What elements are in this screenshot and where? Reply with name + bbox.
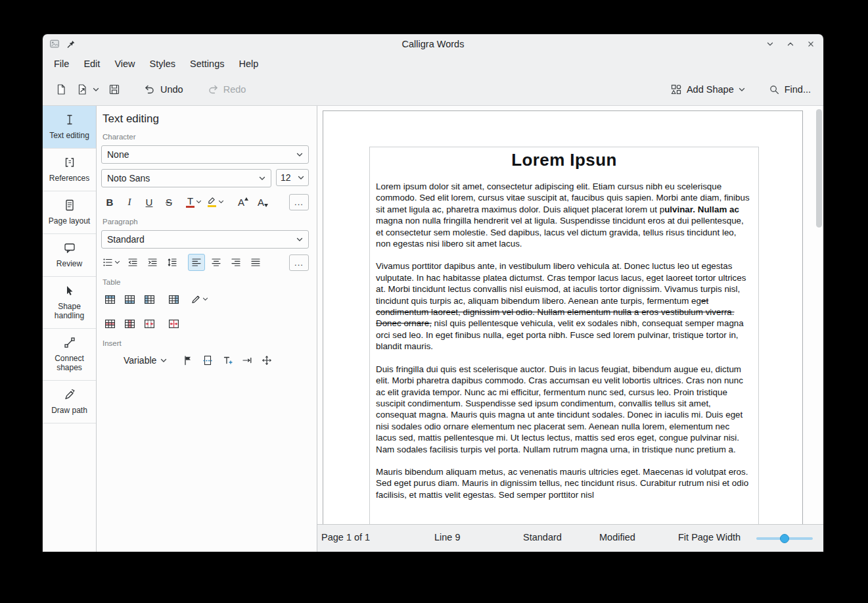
zoom-slider-track[interactable] bbox=[756, 537, 813, 540]
delete-column-button[interactable] bbox=[121, 315, 138, 332]
sidebar-item-page-layout[interactable]: Page layout bbox=[43, 191, 96, 234]
superscript-button[interactable]: A bbox=[233, 193, 250, 210]
new-document-button[interactable] bbox=[51, 80, 72, 99]
increase-indent-icon bbox=[147, 257, 158, 268]
sidebar-item-label: References bbox=[49, 174, 89, 183]
open-dropdown-arrow-icon bbox=[93, 87, 99, 92]
sidebar-item-review[interactable]: Review bbox=[43, 234, 96, 277]
insert-row-above-button[interactable] bbox=[101, 291, 118, 308]
find-button[interactable]: Find... bbox=[764, 80, 815, 99]
font-size-select[interactable]: 12 bbox=[276, 169, 309, 186]
insert-tab-stop-button[interactable] bbox=[239, 352, 256, 369]
text-run[interactable]: nisl quis pellentesque vehicula, velit e… bbox=[376, 318, 744, 351]
chevron-down-icon bbox=[218, 200, 224, 204]
align-center-button[interactable] bbox=[208, 254, 225, 271]
document-paragraph[interactable]: Mauris bibendum aliquam metus, ac venena… bbox=[376, 466, 752, 500]
document-paragraph[interactable]: Duis fringilla dui quis est scelerisque … bbox=[376, 364, 752, 455]
cursor-arrow-icon bbox=[63, 284, 76, 297]
text-run[interactable]: Duis fringilla dui quis est scelerisque … bbox=[376, 364, 743, 454]
strikethrough-button[interactable]: S bbox=[160, 193, 177, 210]
sidebar-item-label: Shape handling bbox=[45, 302, 94, 320]
insert-row-below-button[interactable] bbox=[121, 291, 138, 308]
chevron-down-icon bbox=[202, 297, 208, 301]
menu-view[interactable]: View bbox=[107, 56, 142, 72]
insert-column-left-button[interactable] bbox=[141, 291, 158, 308]
split-cells-button[interactable] bbox=[165, 315, 182, 332]
delete-row-button[interactable] bbox=[101, 315, 118, 332]
open-document-button[interactable] bbox=[72, 80, 104, 99]
variable-dropdown-button[interactable]: Variable bbox=[118, 352, 172, 368]
document-paragraph[interactable]: Lorem ipsum dolor sit amet, consectetur … bbox=[376, 181, 752, 249]
text-run[interactable]: ulvinar. Nullam ac bbox=[664, 205, 739, 214]
sidebar-item-label: Text editing bbox=[49, 131, 89, 140]
save-button[interactable] bbox=[104, 80, 125, 99]
sidebar-item-label: Page layout bbox=[49, 216, 90, 226]
redo-button[interactable]: Redo bbox=[202, 80, 251, 99]
paragraph-style-select[interactable]: Standard bbox=[101, 230, 309, 249]
add-shape-label: Add Shape bbox=[687, 84, 734, 95]
decrease-indent-button[interactable] bbox=[124, 254, 141, 271]
font-family-select[interactable]: Noto Sans bbox=[101, 169, 271, 187]
highlight-color-button[interactable] bbox=[206, 193, 225, 210]
insert-page-break-button[interactable] bbox=[199, 352, 216, 369]
vertical-scrollbar-thumb[interactable] bbox=[816, 109, 822, 228]
paragraph-more-button[interactable]: ... bbox=[289, 254, 309, 271]
menu-help[interactable]: Help bbox=[231, 56, 265, 72]
sidebar-item-draw-path[interactable]: Draw path bbox=[43, 381, 96, 423]
zoom-mode-button[interactable]: Fit Page Width bbox=[678, 532, 741, 543]
panel-title: Text editing bbox=[103, 112, 309, 126]
insert-character-button[interactable] bbox=[219, 352, 236, 369]
text-run[interactable]: Vivamus porttitor dapibus ante, in vesti… bbox=[376, 261, 746, 305]
sidebar-item-references[interactable]: References bbox=[43, 149, 96, 191]
align-left-button[interactable] bbox=[188, 254, 205, 271]
text-frame[interactable]: Lorem Ipsun Lorem ipsum dolor sit amet, … bbox=[369, 147, 759, 524]
pin-icon[interactable] bbox=[66, 39, 76, 49]
underline-button[interactable]: U bbox=[141, 193, 158, 210]
insert-bookmark-button[interactable] bbox=[179, 352, 196, 369]
titlebar[interactable]: Calligra Words bbox=[43, 34, 823, 54]
style-indicator[interactable]: Standard bbox=[523, 532, 562, 543]
document-paragraph[interactable]: Vivamus porttitor dapibus ante, in vesti… bbox=[376, 260, 752, 352]
subscript-button[interactable]: A bbox=[252, 193, 269, 210]
undo-button[interactable]: Undo bbox=[139, 80, 188, 99]
document-paragraphs[interactable]: Lorem ipsum dolor sit amet, consectetur … bbox=[376, 181, 752, 500]
window-shade-button[interactable] bbox=[764, 38, 776, 50]
menu-styles[interactable]: Styles bbox=[143, 56, 183, 72]
align-right-button[interactable] bbox=[227, 254, 244, 271]
sidebar-item-shape-handling[interactable]: Shape handling bbox=[43, 277, 96, 329]
table-border-pen-button[interactable] bbox=[189, 291, 210, 308]
text-run[interactable]: Mauris bibendum aliquam metus, ac venena… bbox=[376, 467, 748, 500]
insert-column-right-button[interactable] bbox=[165, 291, 182, 308]
italic-button[interactable]: I bbox=[121, 193, 138, 210]
sidebar-item-connect-shapes[interactable]: Connect shapes bbox=[43, 329, 96, 381]
document-heading[interactable]: Lorem Ipsun bbox=[376, 150, 752, 170]
menu-settings[interactable]: Settings bbox=[183, 56, 231, 72]
text-run[interactable]: magna non nulla fringilla hendrerit vel … bbox=[376, 216, 744, 249]
window-close-button[interactable] bbox=[805, 38, 817, 50]
page-layout-icon bbox=[63, 199, 76, 212]
line-spacing-icon bbox=[167, 257, 177, 268]
line-spacing-button[interactable] bbox=[164, 254, 181, 271]
sidebar-item-text-editing[interactable]: Text editing bbox=[43, 106, 96, 149]
text-color-button[interactable]: T bbox=[185, 193, 203, 210]
menu-edit[interactable]: Edit bbox=[76, 56, 107, 72]
text-editing-icon bbox=[63, 113, 76, 126]
menu-file[interactable]: File bbox=[47, 56, 76, 72]
move-anchor-icon bbox=[262, 355, 272, 366]
align-justify-button[interactable] bbox=[247, 254, 264, 271]
menubar: File Edit View Styles Settings Help bbox=[43, 54, 823, 74]
list-style-button[interactable] bbox=[101, 254, 122, 271]
app-icon bbox=[49, 39, 60, 49]
bold-button[interactable]: B bbox=[101, 193, 118, 210]
insert-anchor-button[interactable] bbox=[258, 352, 275, 369]
paragraph-section-label: Paragraph bbox=[103, 218, 309, 226]
merge-cells-button[interactable] bbox=[141, 315, 158, 332]
character-style-select[interactable]: None bbox=[101, 145, 309, 164]
character-more-button[interactable]: ... bbox=[289, 194, 309, 210]
add-shape-button[interactable]: Add Shape bbox=[666, 80, 750, 99]
document-canvas[interactable]: Lorem Ipsun Lorem ipsum dolor sit amet, … bbox=[317, 106, 823, 524]
window-maximize-button[interactable] bbox=[785, 38, 796, 50]
document-page[interactable]: Lorem Ipsun Lorem ipsum dolor sit amet, … bbox=[323, 110, 803, 524]
increase-indent-button[interactable] bbox=[144, 254, 161, 271]
zoom-slider-handle[interactable] bbox=[780, 534, 789, 543]
